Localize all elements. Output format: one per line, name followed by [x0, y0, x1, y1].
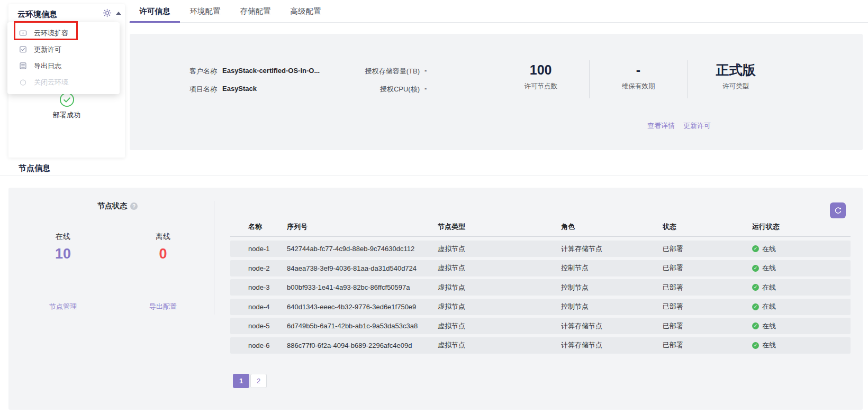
- cell-node-type: 虚拟节点: [438, 283, 561, 292]
- table-row[interactable]: node-3 b00bf933-1e41-4a93-82bc-86ffcf505…: [230, 279, 851, 296]
- stat-value: 正式版: [688, 61, 784, 78]
- stat-value: -: [590, 61, 686, 78]
- cell-node-type: 虚拟节点: [438, 263, 561, 273]
- online-check-icon: ✓: [752, 322, 759, 329]
- cell-name: node-2: [230, 264, 287, 272]
- cell-role: 计算存储节点: [561, 340, 663, 350]
- menu-item-shutdown-cloud-env: 关闭云环境: [7, 74, 120, 90]
- col-status: 状态: [663, 222, 752, 232]
- tab-license-info[interactable]: 许可信息: [130, 0, 180, 22]
- col-role: 角色: [561, 222, 663, 232]
- node-info-panel: 节点状态 ? 在线 10 节点管理 离线 0 导出配置 名称 序列号 节点类型 …: [8, 188, 863, 410]
- page-button-1[interactable]: 1: [233, 374, 249, 388]
- cell-run-status: ✓ 在线: [752, 340, 851, 350]
- run-status-text: 在线: [762, 244, 776, 254]
- refresh-button[interactable]: [830, 202, 846, 218]
- table-row[interactable]: node-5 6d749b5b-6a71-42bb-ab1c-9a53da53c…: [230, 318, 851, 334]
- cell-run-status: ✓ 在线: [752, 244, 851, 254]
- cpu-quota-label: 授权CPU(核): [318, 85, 420, 94]
- view-details-link[interactable]: 查看详情: [647, 121, 675, 131]
- cell-status: 已部署: [663, 244, 752, 254]
- cell-name: node-1: [230, 245, 287, 253]
- cell-status: 已部署: [663, 283, 752, 292]
- table-row[interactable]: node-6 886c77f0-6f2a-4094-b689-2296afc4e…: [230, 337, 851, 354]
- license-stats: 100 许可节点数 - 维保有效期 正式版 许可类型: [492, 60, 784, 98]
- cell-serial: 6d749b5b-6a71-42bb-ab1c-9a53da53c3a8: [287, 322, 438, 330]
- power-icon: [19, 78, 27, 86]
- online-check-icon: ✓: [752, 303, 759, 310]
- pagination: 1 2: [233, 374, 267, 388]
- offline-count: 0: [138, 246, 188, 262]
- online-check-icon: ✓: [752, 265, 759, 272]
- offline-label: 离线: [138, 232, 188, 242]
- cell-serial: 640d1343-eeec-4b32-9776-3ed6e1f750e9: [287, 303, 438, 311]
- cell-name: node-3: [230, 283, 287, 291]
- cell-role: 控制节点: [561, 263, 663, 273]
- run-status-text: 在线: [762, 283, 776, 292]
- update-license-link[interactable]: 更新许可: [683, 121, 711, 131]
- cell-serial: 542744ab-fc77-4c9d-88eb-9c74630dc112: [287, 245, 438, 253]
- caret-up-icon[interactable]: [116, 12, 121, 15]
- export-config-link[interactable]: 导出配置: [138, 302, 188, 311]
- customer-name-value: EasyStack-certified-OS-in-O...: [222, 67, 320, 75]
- deploy-success-check-icon: [59, 92, 75, 107]
- section-divider: [0, 176, 868, 176]
- node-manage-link[interactable]: 节点管理: [38, 302, 88, 311]
- menu-item-label: 关闭云环境: [34, 78, 68, 87]
- run-status-text: 在线: [762, 340, 776, 350]
- customer-name-label: 客户名称: [189, 67, 217, 76]
- menu-item-expand-cloud-env[interactable]: 云环境扩容: [7, 25, 120, 41]
- refresh-icon: [834, 207, 842, 215]
- settings-gear-button[interactable]: [101, 6, 113, 19]
- cell-run-status: ✓ 在线: [752, 263, 851, 273]
- cell-run-status: ✓ 在线: [752, 321, 851, 331]
- node-table: 名称 序列号 节点类型 角色 状态 运行状态 node-1 542744ab-f…: [230, 217, 851, 356]
- col-node-type: 节点类型: [438, 222, 561, 232]
- table-header: 名称 序列号 节点类型 角色 状态 运行状态: [230, 217, 851, 237]
- stat-label: 维保有效期: [590, 82, 686, 91]
- deploy-status-text: 部署成功: [8, 110, 125, 120]
- license-links: 查看详情 更新许可: [647, 121, 711, 131]
- run-status-text: 在线: [762, 321, 776, 331]
- cell-status: 已部署: [663, 321, 752, 331]
- storage-quota-label: 授权存储容量(TB): [318, 67, 420, 76]
- menu-item-label: 导出日志: [34, 61, 61, 71]
- tab-bar: 许可信息 环境配置 存储配置 高级配置: [129, 0, 868, 23]
- license-info-panel: 客户名称 EasyStack-certified-OS-in-O... 项目名称…: [130, 34, 863, 150]
- table-row[interactable]: node-1 542744ab-fc77-4c9d-88eb-9c74630dc…: [230, 241, 851, 257]
- menu-item-update-license[interactable]: 更新许可: [7, 41, 120, 58]
- cell-serial: 84aea738-3ef9-4036-81aa-da31d540d724: [287, 264, 438, 272]
- cloud-env-title: 云环境信息: [17, 10, 57, 20]
- menu-item-export-logs[interactable]: 导出日志: [7, 58, 120, 74]
- tab-env-config[interactable]: 环境配置: [180, 0, 230, 22]
- tab-advanced-config[interactable]: 高级配置: [281, 0, 331, 22]
- online-label: 在线: [38, 232, 88, 242]
- table-row[interactable]: node-4 640d1343-eeec-4b32-9776-3ed6e1f75…: [230, 299, 851, 315]
- storage-quota-value: -: [424, 67, 427, 75]
- project-name-label: 项目名称: [189, 85, 217, 94]
- gear-icon: [103, 8, 112, 17]
- node-status-title: 节点状态: [97, 201, 127, 211]
- table-row[interactable]: node-2 84aea738-3ef9-4036-81aa-da31d540d…: [230, 260, 851, 276]
- cell-node-type: 虚拟节点: [438, 321, 561, 331]
- license-check-icon: [19, 45, 27, 53]
- help-icon[interactable]: ?: [130, 202, 138, 210]
- tab-storage-config[interactable]: 存储配置: [230, 0, 281, 22]
- cell-role: 控制节点: [561, 302, 663, 311]
- online-check-icon: ✓: [752, 284, 759, 291]
- stat-license-type: 正式版 许可类型: [687, 60, 784, 98]
- page-button-2[interactable]: 2: [250, 374, 267, 388]
- cell-role: 控制节点: [561, 283, 663, 292]
- project-name-value: EasyStack: [222, 85, 257, 93]
- node-info-section-title: 节点信息: [19, 163, 50, 173]
- stat-label: 许可节点数: [492, 82, 589, 91]
- cell-run-status: ✓ 在线: [752, 283, 851, 292]
- stat-license-nodes: 100 许可节点数: [492, 60, 589, 98]
- stat-label: 许可类型: [688, 82, 784, 91]
- stat-maintenance-validity: - 维保有效期: [589, 60, 686, 98]
- online-check-icon: ✓: [752, 342, 759, 349]
- cell-status: 已部署: [663, 302, 752, 311]
- online-check-icon: ✓: [752, 245, 759, 252]
- cell-status: 已部署: [663, 340, 752, 350]
- col-run-status: 运行状态: [752, 222, 851, 232]
